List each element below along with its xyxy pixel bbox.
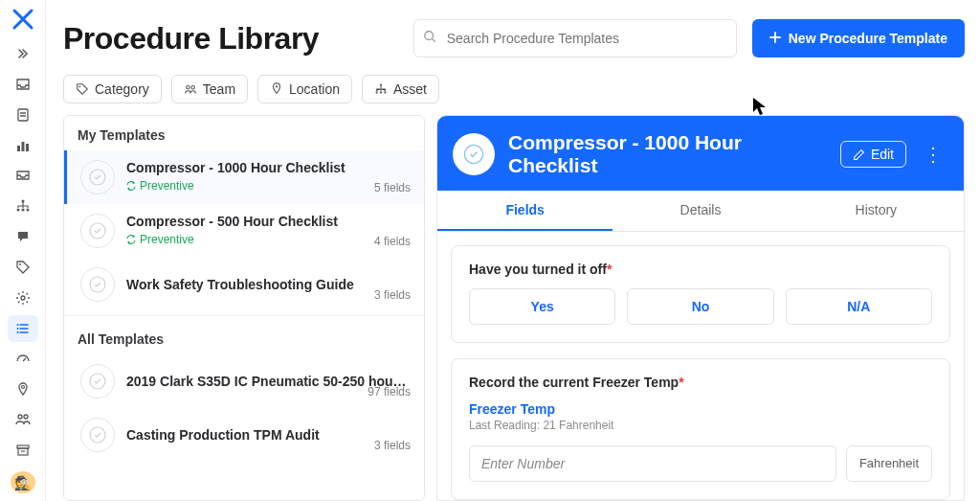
- app-logo: [11, 8, 34, 31]
- svg-point-21: [191, 86, 195, 90]
- svg-rect-1: [17, 146, 20, 151]
- template-circle-icon: [80, 364, 115, 399]
- detail-panel: Compressor - 1000 Hour Checklist Edit ⋮ …: [436, 115, 965, 501]
- template-item[interactable]: Work Safety Troubleshooting Guide 3 fiel…: [64, 258, 424, 311]
- field-link[interactable]: Freezer Temp: [469, 401, 932, 417]
- template-fields-count: 5 fields: [374, 181, 411, 194]
- svg-point-31: [90, 427, 105, 443]
- svg-point-24: [375, 91, 377, 93]
- location-icon: [270, 82, 283, 96]
- svg-rect-3: [26, 144, 29, 151]
- team-icon: [184, 82, 197, 96]
- search-input[interactable]: [413, 19, 737, 57]
- template-fields-count: 3 fields: [374, 439, 411, 452]
- template-fields-count: 3 fields: [374, 288, 411, 302]
- repeat-icon: [126, 235, 136, 244]
- option-na[interactable]: N/A: [786, 288, 932, 325]
- template-name: Compressor - 500 Hour Checklist: [126, 214, 411, 229]
- option-yes[interactable]: Yes: [469, 288, 615, 325]
- field-label: Have you turned it off*: [469, 262, 932, 277]
- gear-icon[interactable]: [8, 285, 38, 311]
- app-sidebar: 🕵️: [0, 0, 46, 501]
- svg-point-22: [276, 85, 278, 87]
- template-item[interactable]: Compressor - 500 Hour Checklist Preventi…: [64, 204, 424, 258]
- svg-point-30: [90, 374, 105, 389]
- collapse-icon[interactable]: [8, 40, 38, 67]
- search-icon: [423, 30, 436, 47]
- field-card: Record the current Freezer Temp* Freezer…: [451, 358, 950, 500]
- pin-icon[interactable]: [8, 376, 38, 403]
- field-card: Have you turned it off* Yes No N/A: [451, 245, 950, 343]
- tab-details[interactable]: Details: [612, 191, 788, 231]
- main-area: Procedure Library New Procedure Template…: [46, 0, 980, 501]
- all-templates-label: All Templates: [64, 320, 424, 354]
- number-input[interactable]: Enter Number: [469, 445, 836, 482]
- tab-history[interactable]: History: [789, 191, 964, 231]
- detail-body: Have you turned it off* Yes No N/A Recor…: [437, 232, 964, 500]
- svg-point-32: [464, 145, 482, 163]
- filter-location[interactable]: Location: [257, 75, 352, 103]
- svg-point-25: [380, 91, 382, 93]
- chart-icon[interactable]: [8, 132, 38, 159]
- template-circle-icon: [80, 160, 115, 194]
- detail-avatar-icon: [453, 133, 495, 175]
- document-icon[interactable]: [8, 102, 38, 128]
- template-name: Compressor - 1000 Hour Checklist: [126, 160, 411, 175]
- field-last-reading: Last Reading: 21 Fahrenheit: [469, 419, 932, 432]
- page-header: Procedure Library New Procedure Template: [63, 19, 965, 57]
- repeat-icon: [126, 181, 136, 191]
- filter-team[interactable]: Team: [171, 75, 248, 103]
- user-avatar[interactable]: 🕵️: [11, 471, 35, 493]
- svg-point-14: [18, 415, 22, 419]
- new-procedure-template-button[interactable]: New Procedure Template: [752, 19, 965, 57]
- my-templates-label: My Templates: [64, 116, 424, 150]
- tag-icon[interactable]: [8, 254, 38, 281]
- svg-point-10: [16, 324, 18, 326]
- template-name: Work Safety Troubleshooting Guide: [126, 277, 411, 292]
- svg-point-9: [21, 296, 25, 300]
- pencil-icon: [853, 148, 865, 161]
- svg-rect-0: [18, 109, 28, 121]
- template-tag: Preventive: [126, 179, 194, 193]
- template-tag: Preventive: [126, 233, 194, 246]
- svg-point-12: [16, 331, 18, 333]
- template-item[interactable]: Casting Production TPM Audit 3 fields: [64, 408, 424, 462]
- svg-point-28: [90, 223, 105, 239]
- tray-icon[interactable]: [8, 163, 38, 190]
- template-fields-count: 97 fields: [368, 385, 411, 399]
- svg-point-8: [19, 263, 21, 265]
- filter-bar: Category Team Location Asset: [63, 75, 965, 103]
- template-item[interactable]: Compressor - 1000 Hour Checklist Prevent…: [64, 150, 424, 204]
- chat-icon[interactable]: [8, 223, 38, 250]
- gauge-icon[interactable]: [8, 346, 38, 373]
- svg-point-7: [26, 209, 29, 212]
- inbox-icon[interactable]: [8, 71, 38, 98]
- more-menu-icon[interactable]: ⋮: [920, 139, 948, 170]
- archive-icon[interactable]: [8, 437, 38, 464]
- filter-asset[interactable]: Asset: [362, 75, 439, 103]
- svg-point-20: [186, 86, 189, 90]
- tag-icon: [76, 82, 89, 96]
- svg-point-5: [16, 209, 19, 212]
- svg-point-6: [21, 209, 24, 212]
- svg-point-11: [16, 328, 18, 330]
- tab-fields[interactable]: Fields: [437, 191, 612, 231]
- detail-tabs: Fields Details History: [437, 191, 964, 232]
- detail-title: Compressor - 1000 Hour Checklist: [508, 131, 827, 177]
- detail-header: Compressor - 1000 Hour Checklist Edit ⋮: [437, 116, 964, 191]
- field-label: Record the current Freezer Temp*: [469, 375, 932, 390]
- svg-point-13: [21, 385, 24, 388]
- edit-button[interactable]: Edit: [840, 141, 906, 168]
- hierarchy-icon[interactable]: [8, 193, 38, 219]
- option-no[interactable]: No: [627, 288, 773, 325]
- filter-category[interactable]: Category: [63, 75, 162, 103]
- svg-point-19: [79, 86, 81, 88]
- people-icon[interactable]: [8, 407, 38, 434]
- page-title: Procedure Library: [63, 21, 319, 57]
- unit-display: Fahrenheit: [846, 445, 932, 482]
- list-icon[interactable]: [8, 315, 38, 342]
- asset-icon: [374, 82, 388, 96]
- svg-point-27: [90, 170, 105, 185]
- template-item[interactable]: 2019 Clark S35D IC Pneumatic 50-250 hour…: [64, 354, 424, 408]
- plus-icon: [769, 31, 781, 46]
